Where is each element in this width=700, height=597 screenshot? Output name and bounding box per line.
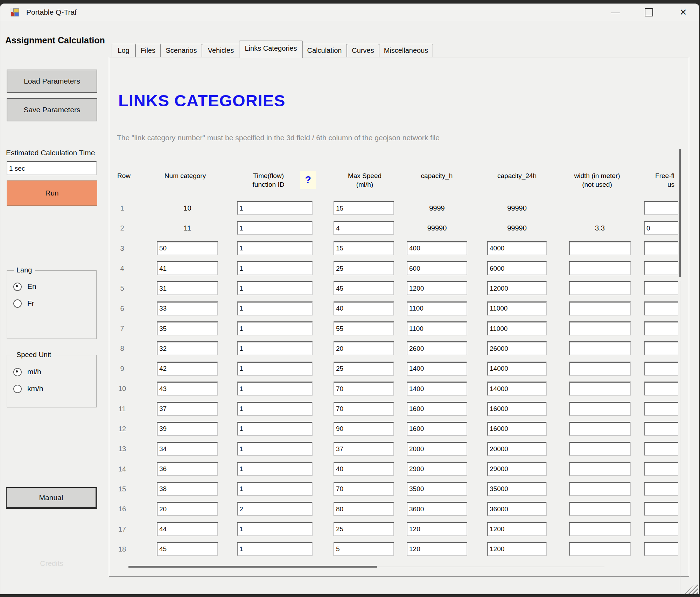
num-input-row-14[interactable]	[157, 462, 218, 476]
cap24-input-row-3[interactable]	[487, 241, 547, 255]
speed-kmh-label[interactable]: km/h	[27, 384, 43, 393]
tab-files[interactable]: Files	[135, 44, 161, 57]
fn-input-row-5[interactable]	[237, 281, 313, 295]
lang-fr-radio[interactable]	[13, 299, 22, 308]
width-input-row-6[interactable]	[569, 301, 631, 315]
ff-input-row-14[interactable]	[644, 462, 678, 476]
cap24-input-row-4[interactable]	[487, 261, 547, 275]
cap_h-input-row-9[interactable]	[407, 362, 467, 376]
speed-input-row-2[interactable]	[334, 221, 394, 235]
width-input-row-14[interactable]	[569, 462, 631, 476]
cap24-input-row-18[interactable]	[487, 542, 547, 556]
speed-input-row-13[interactable]	[334, 442, 394, 456]
tab-log[interactable]: Log	[112, 44, 135, 57]
cap24-input-row-7[interactable]	[487, 321, 547, 335]
fn-input-row-1[interactable]	[237, 201, 313, 215]
num-input-row-3[interactable]	[157, 241, 218, 255]
cap24-input-row-13[interactable]	[487, 442, 547, 456]
tab-scenarios[interactable]: Scenarios	[161, 44, 202, 57]
width-input-row-18[interactable]	[569, 542, 631, 556]
width-input-row-5[interactable]	[569, 281, 631, 295]
ff-input-row-16[interactable]	[644, 502, 678, 516]
speed-input-row-17[interactable]	[334, 522, 394, 536]
cap_h-input-row-4[interactable]	[407, 261, 467, 275]
width-input-row-10[interactable]	[569, 382, 631, 396]
width-input-row-3[interactable]	[569, 241, 631, 255]
fn-input-row-10[interactable]	[237, 382, 313, 396]
cap24-input-row-15[interactable]	[487, 482, 547, 496]
cap_h-input-row-13[interactable]	[407, 442, 467, 456]
cap24-input-row-9[interactable]	[487, 362, 547, 376]
fn-input-row-8[interactable]	[237, 341, 313, 355]
width-input-row-12[interactable]	[569, 422, 631, 436]
speed-input-row-4[interactable]	[334, 261, 394, 275]
num-input-row-13[interactable]	[157, 442, 218, 456]
cap_h-input-row-5[interactable]	[407, 281, 467, 295]
cap_h-input-row-10[interactable]	[407, 382, 467, 396]
ff-input-row-3[interactable]	[644, 241, 678, 255]
run-button[interactable]: Run	[7, 180, 97, 206]
num-input-row-5[interactable]	[157, 281, 218, 295]
width-input-row-17[interactable]	[569, 522, 631, 536]
fn-input-row-14[interactable]	[237, 462, 313, 476]
width-input-row-7[interactable]	[569, 321, 631, 335]
lang-en-radio[interactable]	[13, 283, 22, 291]
cap_h-input-row-17[interactable]	[407, 522, 467, 536]
horizontal-scrollbar-thumb[interactable]	[128, 566, 377, 568]
num-input-row-17[interactable]	[157, 522, 218, 536]
speed-input-row-16[interactable]	[334, 502, 394, 516]
num-input-row-11[interactable]	[157, 402, 218, 416]
num-input-row-4[interactable]	[157, 261, 218, 275]
width-input-row-13[interactable]	[569, 442, 631, 456]
cap24-input-row-16[interactable]	[487, 502, 547, 516]
resize-grip-icon[interactable]	[682, 582, 698, 594]
speed-input-row-6[interactable]	[334, 301, 394, 315]
speed-mih-label[interactable]: mi/h	[27, 368, 41, 376]
fn-input-row-16[interactable]	[237, 502, 313, 516]
cap24-input-row-6[interactable]	[487, 301, 547, 315]
fn-input-row-12[interactable]	[237, 422, 313, 436]
cap24-input-row-8[interactable]	[487, 341, 547, 355]
speed-input-row-9[interactable]	[334, 362, 394, 376]
cap_h-input-row-6[interactable]	[407, 301, 467, 315]
help-button[interactable]: ?	[300, 171, 316, 189]
ff-input-row-4[interactable]	[644, 261, 678, 275]
speed-input-row-7[interactable]	[334, 321, 394, 335]
ff-input-row-1[interactable]	[644, 201, 678, 215]
tab-calculation[interactable]: Calculation	[302, 44, 347, 57]
width-input-row-8[interactable]	[569, 341, 631, 355]
fn-input-row-17[interactable]	[237, 522, 313, 536]
cap24-input-row-12[interactable]	[487, 422, 547, 436]
num-input-row-8[interactable]	[157, 341, 218, 355]
fn-input-row-9[interactable]	[237, 362, 313, 376]
num-input-row-16[interactable]	[157, 502, 218, 516]
cap_h-input-row-14[interactable]	[407, 462, 467, 476]
ff-input-row-11[interactable]	[644, 402, 678, 416]
ff-input-row-10[interactable]	[644, 382, 678, 396]
speed-input-row-14[interactable]	[334, 462, 394, 476]
tab-curves[interactable]: Curves	[347, 44, 379, 57]
ff-input-row-9[interactable]	[644, 362, 678, 376]
fn-input-row-15[interactable]	[237, 482, 313, 496]
speed-input-row-11[interactable]	[334, 402, 394, 416]
cap24-input-row-5[interactable]	[487, 281, 547, 295]
speed-input-row-5[interactable]	[334, 281, 394, 295]
ff-input-row-6[interactable]	[644, 301, 678, 315]
speed-input-row-3[interactable]	[334, 241, 394, 255]
fn-input-row-2[interactable]	[237, 221, 313, 235]
cap_h-input-row-18[interactable]	[407, 542, 467, 556]
fn-input-row-13[interactable]	[237, 442, 313, 456]
num-input-row-12[interactable]	[157, 422, 218, 436]
cap_h-input-row-11[interactable]	[407, 402, 467, 416]
load-parameters-button[interactable]: Load Parameters	[7, 70, 97, 93]
cap_h-input-row-16[interactable]	[407, 502, 467, 516]
manual-button[interactable]: Manual	[6, 487, 97, 509]
speed-input-row-12[interactable]	[334, 422, 394, 436]
vertical-scrollbar-track[interactable]	[680, 281, 680, 594]
tab-vehicles[interactable]: Vehicles	[202, 44, 240, 57]
fn-input-row-3[interactable]	[237, 241, 313, 255]
fn-input-row-18[interactable]	[237, 542, 313, 556]
cap24-input-row-14[interactable]	[487, 462, 547, 476]
cap_h-input-row-15[interactable]	[407, 482, 467, 496]
ff-input-row-7[interactable]	[644, 321, 678, 335]
